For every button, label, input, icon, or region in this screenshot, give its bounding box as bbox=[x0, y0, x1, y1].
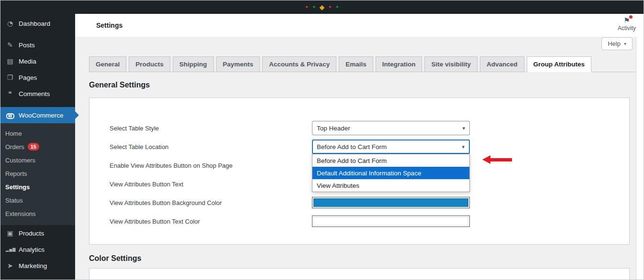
sidebar-item-woocommerce[interactable]: W WooCommerce bbox=[0, 107, 75, 123]
color-swatch bbox=[313, 217, 468, 226]
menu-separator bbox=[0, 32, 75, 37]
help-button[interactable]: Help ▾ bbox=[601, 37, 633, 50]
sidebar-item-label: Analytics bbox=[19, 246, 44, 253]
submenu-item-settings[interactable]: Settings bbox=[0, 180, 75, 194]
arrow-shaft bbox=[490, 158, 512, 162]
submenu-label: Customers bbox=[5, 157, 35, 164]
enable-view-attributes-label: Enable View Attributes Button on Shop Pa… bbox=[110, 162, 312, 169]
activity-label: Activity bbox=[618, 25, 636, 32]
submenu-item-status[interactable]: Status bbox=[0, 194, 75, 207]
submenu-label: Reports bbox=[5, 170, 27, 177]
pages-icon: ❐ bbox=[6, 74, 14, 81]
form-row-button-text-color: View Attributes Button Text Color bbox=[110, 214, 629, 228]
form-row-button-bg-color: View Attributes Button Background Color bbox=[110, 195, 629, 210]
submenu-label: Settings bbox=[5, 183, 30, 191]
menu-separator bbox=[0, 102, 75, 107]
dropdown-option-view-attributes[interactable]: View Attributes bbox=[312, 179, 469, 192]
marketing-icon: ➤ bbox=[6, 262, 14, 269]
submenu-item-reports[interactable]: Reports bbox=[0, 167, 75, 180]
sidebar-item-analytics[interactable]: ▂▅▇ Analytics bbox=[0, 241, 75, 258]
tab-general[interactable]: General bbox=[89, 56, 126, 72]
posts-icon: ✎ bbox=[6, 41, 14, 49]
submenu-item-home[interactable]: Home bbox=[0, 127, 75, 140]
sidebar-item-media[interactable]: ▤ Media bbox=[0, 53, 75, 69]
color-settings-panel bbox=[89, 268, 630, 280]
page-title: Settings bbox=[96, 14, 122, 37]
tab-shipping[interactable]: Shipping bbox=[173, 56, 214, 72]
sidebar-item-marketing[interactable]: ➤ Marketing bbox=[0, 258, 75, 274]
woocommerce-icon: W bbox=[6, 111, 14, 119]
sidebar-item-products[interactable]: ▣ Products bbox=[0, 225, 75, 241]
activity-flag-icon: ⚑ bbox=[623, 16, 630, 25]
submenu-item-extensions[interactable]: Extensions bbox=[0, 207, 75, 220]
table-location-select[interactable]: Before Add to Cart Form ▾ bbox=[312, 140, 470, 154]
tab-products[interactable]: Products bbox=[129, 56, 170, 72]
wordpress-admin-screen: ✦ ✦ ◆ ✦ ✦ ◔ Dashboard ✎ Posts ▤ Media ❐ … bbox=[0, 0, 644, 280]
form-row-table-style: Select Table Style Top Header ▾ bbox=[110, 121, 629, 135]
button-text-label: View Attributes Button Text bbox=[110, 181, 312, 188]
analytics-icon: ▂▅▇ bbox=[6, 248, 14, 252]
form-row-table-location: Select Table Location Before Add to Cart… bbox=[110, 140, 629, 154]
products-icon: ▣ bbox=[6, 229, 14, 237]
tab-emails[interactable]: Emails bbox=[339, 56, 373, 72]
chevron-down-icon: ▾ bbox=[462, 125, 465, 131]
dropdown-option-default-additional-info[interactable]: Default Additional Information Space bbox=[312, 167, 469, 179]
tab-integration[interactable]: Integration bbox=[376, 56, 422, 72]
submenu-label: Extensions bbox=[5, 210, 36, 217]
submenu-label: Home bbox=[5, 130, 22, 137]
dropdown-option-before-add-to-cart[interactable]: Before Add to Cart Form bbox=[312, 154, 469, 167]
table-style-label: Select Table Style bbox=[110, 125, 312, 132]
settings-tabs: General Products Shipping Payments Accou… bbox=[89, 56, 635, 72]
media-icon: ▤ bbox=[6, 57, 14, 65]
activity-button[interactable]: ⚑ Activity bbox=[618, 16, 636, 32]
admin-bar-plugin-icons: ✦ ✦ ◆ ✦ ✦ bbox=[305, 0, 339, 14]
general-settings-panel: Select Table Style Top Header ▾ Select T… bbox=[89, 97, 630, 245]
plugin-icon-3[interactable]: ◆ bbox=[320, 4, 325, 11]
sidebar-item-label: Posts bbox=[19, 42, 35, 49]
sidebar-item-posts[interactable]: ✎ Posts bbox=[0, 37, 75, 53]
tab-payments[interactable]: Payments bbox=[216, 56, 260, 72]
select-value: Before Add to Cart Form bbox=[317, 143, 387, 151]
annotation-arrow bbox=[482, 155, 512, 164]
submenu-label: Status bbox=[5, 197, 23, 204]
button-bg-color-label: View Attributes Button Background Color bbox=[110, 199, 312, 206]
plugin-icon-2[interactable]: ✦ bbox=[312, 5, 316, 10]
woocommerce-submenu: Home Orders 15 Customers Reports Setting… bbox=[0, 123, 75, 225]
submenu-item-orders[interactable]: Orders 15 bbox=[0, 140, 75, 153]
button-text-color-field[interactable] bbox=[312, 215, 470, 227]
comments-icon: ❝ bbox=[6, 90, 14, 97]
page-header: Settings ⚑ Activity bbox=[75, 14, 644, 37]
help-label: Help bbox=[608, 40, 621, 47]
scrollbar[interactable] bbox=[636, 14, 644, 280]
sidebar-item-comments[interactable]: ❝ Comments bbox=[0, 86, 75, 102]
plugin-icon-5[interactable]: ✦ bbox=[335, 5, 339, 10]
sidebar-item-label: Products bbox=[19, 230, 44, 237]
sidebar-item-label: Marketing bbox=[19, 262, 47, 269]
arrow-head bbox=[482, 155, 490, 164]
plugin-icon-4[interactable]: ✦ bbox=[328, 5, 332, 10]
tab-advanced[interactable]: Advanced bbox=[480, 56, 524, 72]
admin-sidebar: ◔ Dashboard ✎ Posts ▤ Media ❐ Pages ❝ Co… bbox=[0, 14, 75, 280]
sidebar-item-label: Comments bbox=[19, 90, 50, 97]
sidebar-item-dashboard[interactable]: ◔ Dashboard bbox=[0, 15, 75, 32]
admin-bar: ✦ ✦ ◆ ✦ ✦ bbox=[0, 0, 644, 14]
notification-dot bbox=[629, 15, 633, 19]
submenu-item-customers[interactable]: Customers bbox=[0, 153, 75, 167]
select-value: Top Header bbox=[317, 125, 350, 132]
dashboard-icon: ◔ bbox=[6, 20, 14, 27]
sidebar-item-label: Pages bbox=[19, 74, 37, 81]
general-settings-heading: General Settings bbox=[89, 81, 150, 89]
plugin-icon-1[interactable]: ✦ bbox=[305, 5, 309, 10]
tab-group-attributes[interactable]: Group Attributes bbox=[527, 56, 592, 72]
sidebar-item-pages[interactable]: ❐ Pages bbox=[0, 69, 75, 86]
orders-count-badge: 15 bbox=[28, 143, 39, 151]
table-location-label: Select Table Location bbox=[110, 143, 312, 151]
tab-site-visibility[interactable]: Site visibility bbox=[424, 56, 477, 72]
table-style-select[interactable]: Top Header ▾ bbox=[312, 121, 470, 135]
button-bg-color-field[interactable] bbox=[312, 197, 470, 208]
chevron-down-icon: ▾ bbox=[462, 144, 465, 150]
sidebar-item-label: Media bbox=[19, 58, 36, 65]
tab-accounts-privacy[interactable]: Accounts & Privacy bbox=[262, 56, 336, 72]
sidebar-item-label: Dashboard bbox=[19, 20, 50, 27]
chevron-down-icon: ▾ bbox=[624, 41, 626, 46]
